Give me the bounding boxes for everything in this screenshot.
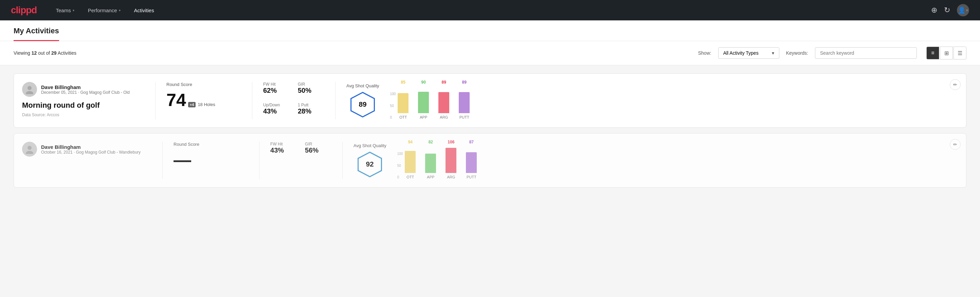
bar <box>445 148 457 173</box>
viewing-count: 12 <box>32 50 37 56</box>
stats-grid: FW Hit 62% GIR 50% Up/Down 43% 1 Putt 28… <box>263 82 324 119</box>
avg-shot-label: Avg Shot Quality <box>346 83 379 88</box>
gir-value: 50% <box>298 87 324 94</box>
updown-value: 43% <box>263 107 290 115</box>
card-divider2 <box>252 82 252 119</box>
svg-point-1 <box>26 91 33 94</box>
bar-value-label: 85 <box>401 80 406 85</box>
activity-card: Dave Billingham December 05, 2021 · Gog … <box>14 73 966 128</box>
updown-label: Up/Down <box>263 103 290 107</box>
grid-view-button[interactable]: ⊞ <box>940 46 953 59</box>
bar-category-label: ARG <box>440 115 448 119</box>
bar <box>405 151 416 173</box>
dropdown-chevron-icon: ▾ <box>772 50 774 56</box>
svg-point-0 <box>27 86 32 90</box>
card-user: Dave Billingham October 16, 2021 · Gog M… <box>22 142 141 156</box>
bar-wrapper <box>466 146 477 173</box>
bar-category-label: OTT <box>399 115 407 119</box>
gir-value: 56% <box>305 147 331 154</box>
compact-view-button[interactable]: ☰ <box>953 46 966 59</box>
nav-performance[interactable]: Performance ▾ <box>83 5 126 16</box>
bar-wrapper <box>405 146 416 173</box>
bar <box>459 92 469 113</box>
view-toggles: ≡ ⊞ ☰ <box>926 46 966 59</box>
bar-chart: 94 OTT 82 APP 106 ARG <box>405 142 477 179</box>
add-icon[interactable]: ⊕ <box>931 6 937 14</box>
edit-button[interactable]: ✏ <box>950 139 961 150</box>
bar-column: 106 ARG <box>445 140 457 179</box>
app-logo[interactable]: clippd <box>11 5 37 16</box>
compact-list-icon: ☰ <box>958 50 963 56</box>
refresh-icon[interactable]: ↻ <box>944 6 950 14</box>
card-left: Dave Billingham December 05, 2021 · Gog … <box>22 82 144 119</box>
card-divider2 <box>259 142 259 179</box>
y-mid-label: 50 <box>390 104 396 108</box>
avg-shot-section: Avg Shot Quality 89 100 50 0 <box>346 82 958 119</box>
card-divider <box>155 82 156 119</box>
bar-category-label: OTT <box>406 175 414 179</box>
bar-category-label: PUTT <box>460 115 469 119</box>
user-name: Dave Billingham <box>41 144 141 150</box>
stats-grid: FW Hit 43% GIR 56% <box>270 142 331 179</box>
fw-hit-label: FW Hit <box>270 142 297 147</box>
nav-teams[interactable]: Teams ▾ <box>50 5 80 16</box>
gir-label: GIR <box>298 82 324 87</box>
bar-column: 85 OTT <box>398 80 409 119</box>
edit-icon: ✏ <box>953 142 957 147</box>
bar-value-label: 94 <box>408 140 412 144</box>
holes-label: 18 Holes <box>197 102 215 107</box>
bar-wrapper <box>459 86 469 113</box>
bar-wrapper <box>418 86 429 113</box>
user-avatar[interactable]: 👤 ▾ <box>957 4 969 16</box>
bar-category-label: APP <box>420 115 427 119</box>
hexagon-svg: 89 <box>349 91 376 118</box>
viewing-suffix: Activities <box>57 50 76 56</box>
keywords-label: Keywords: <box>786 50 808 56</box>
fw-hit-stat: FW Hit 43% <box>270 142 297 179</box>
user-info: Dave Billingham December 05, 2021 · Gog … <box>41 84 130 95</box>
bar-wrapper <box>445 146 457 173</box>
bar <box>418 92 429 113</box>
round-score-block: 74 +4 18 Holes <box>166 91 241 109</box>
hex-score: 92 <box>366 160 374 168</box>
bar-category-label: ARG <box>447 175 455 179</box>
bar-category-label: APP <box>427 175 434 179</box>
user-info: Dave Billingham October 16, 2021 · Gog M… <box>41 144 141 155</box>
page-title: My Activities <box>14 21 59 41</box>
score-value: 74 <box>166 91 186 109</box>
data-source: Data Source: Arccos <box>22 112 134 117</box>
round-score-section: Round Score 74 +4 18 Holes <box>166 82 241 119</box>
avatar <box>22 82 37 97</box>
bar-value-label: 89 <box>442 80 446 85</box>
y-axis: 100 50 0 <box>397 152 403 179</box>
card-divider <box>162 142 163 179</box>
viewing-prefix: Viewing <box>14 50 32 56</box>
toolbar: Viewing 12 out of 29 Activities Show: Al… <box>0 41 980 65</box>
one-putt-label: 1 Putt <box>298 103 324 107</box>
bar <box>438 92 449 113</box>
grid-icon: ⊞ <box>944 50 949 56</box>
teams-chevron-icon: ▾ <box>73 8 74 12</box>
fw-hit-value: 43% <box>270 147 297 154</box>
viewing-middle: out of <box>37 50 51 56</box>
viewing-total: 29 <box>51 50 57 56</box>
activity-type-dropdown[interactable]: All Activity Types ▾ <box>718 47 779 59</box>
user-icon <box>25 144 34 154</box>
bar-value-label: 106 <box>447 140 454 144</box>
hex-container: Avg Shot Quality 92 <box>353 143 387 178</box>
card-user: Dave Billingham December 05, 2021 · Gog … <box>22 82 134 97</box>
bar-wrapper <box>438 86 449 113</box>
avg-shot-section: Avg Shot Quality 92 100 50 0 <box>353 142 958 179</box>
user-name: Dave Billingham <box>41 84 130 90</box>
nav-activities[interactable]: Activities <box>129 5 160 16</box>
y-mid-label: 50 <box>397 164 403 168</box>
bar <box>398 93 409 113</box>
fw-hit-stat: FW Hit 62% <box>263 82 290 99</box>
one-putt-value: 28% <box>298 107 324 115</box>
gir-stat: GIR 50% <box>298 82 324 99</box>
one-putt-stat: 1 Putt 28% <box>298 103 324 119</box>
search-input[interactable] <box>815 47 917 59</box>
edit-button[interactable]: ✏ <box>950 79 961 90</box>
bar-chart-container: 100 50 0 85 OTT 90 APP <box>390 82 958 119</box>
list-view-button[interactable]: ≡ <box>926 46 939 59</box>
